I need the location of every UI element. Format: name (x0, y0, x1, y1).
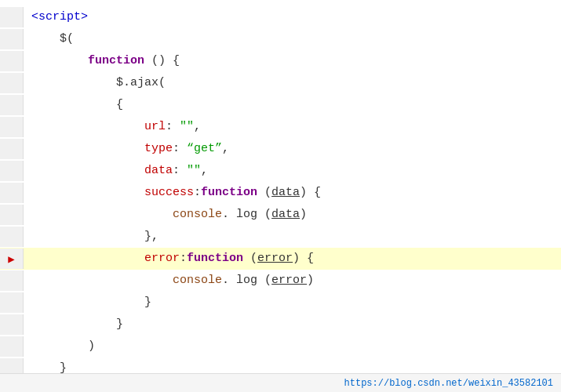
code-token: }, (31, 230, 158, 243)
code-line-content: console. log (data) (24, 205, 561, 225)
code-line-content: { (24, 95, 561, 115)
code-token: ( (243, 252, 257, 265)
code-line-content: type: “get”, (24, 139, 561, 159)
code-token: , (201, 164, 208, 177)
gutter (0, 227, 24, 247)
code-line-content: $( (24, 29, 561, 49)
gutter (0, 73, 24, 93)
code-token: : (173, 142, 187, 155)
footer-link[interactable]: https://blog.csdn.net/weixin_43582101 (344, 378, 553, 389)
code-token: ) (300, 208, 307, 221)
code-token (31, 252, 144, 265)
code-line-content: url: "", (24, 117, 561, 137)
code-token: success (144, 186, 194, 199)
code-line-content: } (24, 292, 561, 313)
code-line: data: "", (0, 160, 561, 182)
code-line: $( (0, 28, 561, 50)
code-token: } (31, 296, 151, 309)
code-token (31, 142, 144, 155)
code-token: ) (307, 274, 314, 287)
code-token: log (229, 274, 257, 287)
code-token: data (144, 164, 173, 177)
code-line-content: ) (24, 336, 561, 357)
footer-bar: https://blog.csdn.net/weixin_43582101 (0, 373, 561, 392)
code-line: type: “get”, (0, 138, 561, 160)
code-token (31, 164, 144, 177)
gutter-arrow: ▶ (0, 249, 24, 269)
code-line-content: success:function (data) { (24, 183, 561, 203)
code-token: : (180, 252, 187, 265)
code-token: error (271, 274, 307, 287)
code-token: type (144, 142, 173, 155)
code-line: function () { (0, 50, 561, 72)
code-container: <script> $( function () { $.ajax( { url:… (0, 0, 561, 392)
code-line: console. log (error) (0, 270, 561, 292)
code-token: data (271, 208, 300, 221)
code-token: $( (31, 32, 74, 45)
code-line: ) (0, 336, 561, 358)
code-token (31, 186, 144, 199)
code-token (31, 208, 173, 221)
code-line: ▶ error:function (error) { (0, 248, 561, 270)
code-token: , (194, 120, 201, 133)
code-token: { (31, 98, 123, 111)
code-token: . (222, 274, 229, 287)
gutter (0, 7, 24, 27)
code-token: ( (257, 274, 271, 287)
code-line: success:function (data) { (0, 182, 561, 204)
code-line-content: }, (24, 227, 561, 247)
code-token: ) (31, 339, 95, 353)
gutter (0, 51, 24, 71)
code-token: "" (180, 120, 194, 133)
gutter (0, 117, 24, 137)
gutter (0, 336, 24, 357)
code-token: > (81, 10, 88, 24)
code-token: url (144, 120, 166, 133)
code-line: } (0, 292, 561, 314)
code-token: < (31, 10, 38, 24)
code-token: data (271, 186, 300, 199)
code-token: } (31, 318, 123, 331)
code-token: "" (187, 164, 201, 177)
gutter (0, 183, 24, 203)
code-line: <script> (0, 6, 561, 28)
code-token: console (173, 208, 222, 221)
code-token: $.ajax( (31, 76, 166, 89)
code-token: script (38, 10, 81, 24)
code-token: ( (257, 208, 271, 221)
code-token: error (144, 252, 180, 265)
code-token: “get” (187, 142, 222, 155)
gutter (0, 292, 24, 313)
gutter (0, 29, 24, 49)
code-token: log (229, 208, 257, 221)
code-token: ) { (293, 252, 314, 265)
code-token: function (201, 186, 257, 199)
code-line-content: console. log (error) (24, 270, 561, 291)
code-token (31, 120, 144, 133)
gutter (0, 205, 24, 225)
code-line-content: data: "", (24, 161, 561, 181)
code-token: error (257, 252, 293, 265)
gutter (0, 139, 24, 159)
code-token: console (173, 274, 222, 287)
code-line-content: <script> (24, 7, 561, 27)
code-line-content: $.ajax( (24, 73, 561, 93)
code-line: console. log (data) (0, 204, 561, 226)
code-line: url: "", (0, 116, 561, 138)
code-token: , (222, 142, 229, 155)
code-line: }, (0, 226, 561, 248)
code-token: : (173, 164, 187, 177)
code-line-content: } (24, 314, 561, 335)
code-token: function (187, 252, 243, 265)
gutter (0, 270, 24, 291)
code-token: : (166, 120, 180, 133)
code-token: . (222, 208, 229, 221)
code-token: : (194, 186, 201, 199)
code-line: $.ajax( (0, 72, 561, 94)
gutter (0, 95, 24, 115)
code-token: () { (144, 54, 180, 67)
gutter (0, 314, 24, 335)
code-token (31, 274, 173, 287)
code-line: { (0, 94, 561, 116)
code-token (31, 54, 88, 67)
